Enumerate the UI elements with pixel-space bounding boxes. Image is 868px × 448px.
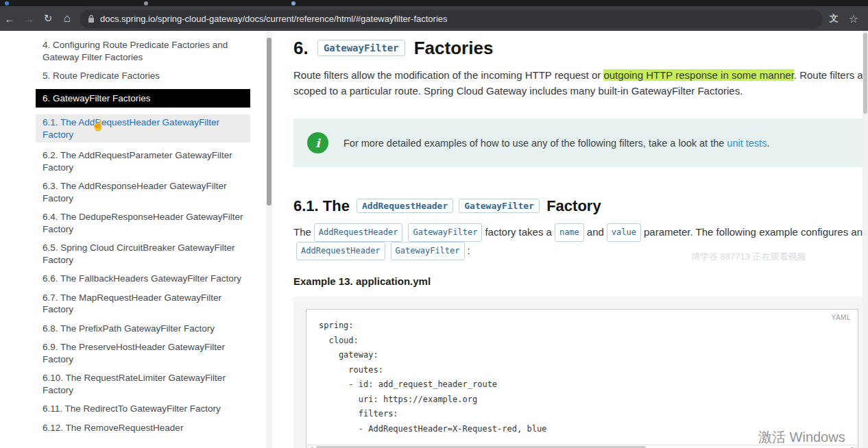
info-icon: i (307, 132, 328, 153)
body-text: parameter. The following example configu… (644, 226, 863, 238)
scroll-right-arrow-icon[interactable]: ► (848, 445, 858, 448)
address-bar[interactable]: docs.spring.io/spring-cloud-gateway/docs… (80, 10, 823, 28)
toc-item-5[interactable]: 5. Route Predicate Factories (36, 70, 250, 82)
bookmark-star-icon[interactable]: ☆ (849, 12, 858, 25)
toc-item-6-3[interactable]: 6.3. The AddResponseHeader GatewayFilter… (36, 180, 250, 204)
heading-text: Factory (546, 197, 601, 214)
horizontal-scrollbar[interactable]: ◄ ► (306, 445, 858, 448)
sidebar-scrollbar[interactable] (266, 31, 272, 448)
heading-number: 6. (293, 38, 309, 58)
tab-favicon[interactable] (5, 1, 9, 5)
info-text: For more detailed examples of how to use… (343, 138, 769, 149)
home-button[interactable]: ⌂ (58, 12, 77, 25)
inline-code-chip: name (555, 223, 584, 242)
body-text: The (293, 226, 311, 238)
code-line: routes: (319, 363, 845, 378)
info-text-before: For more detailed examples of how to use… (343, 138, 727, 149)
info-text-after: . (767, 138, 769, 149)
toc-item-6-4[interactable]: 6.4. The DedupeResponseHeader GatewayFil… (36, 211, 250, 235)
toc-item-6-12[interactable]: 6.12. The RemoveRequestHeader (36, 422, 250, 434)
section-heading-6-1: 6.1. The AddRequestHeaderGatewayFilter F… (293, 197, 868, 215)
body-text: factory takes a (485, 226, 552, 238)
toc-item-6-5[interactable]: 6.5. Spring Cloud CircuitBreaker Gateway… (36, 242, 250, 266)
code-language-label: YAML (832, 314, 852, 321)
page: 4. Configuring Route Predicate Factories… (0, 31, 868, 448)
code-line: filters: (319, 407, 845, 422)
code-line: spring: (319, 319, 845, 334)
inline-code-chip: value (607, 223, 641, 242)
lock-icon (88, 14, 95, 23)
forward-button[interactable]: → (19, 13, 38, 25)
highlighted-text: outgoing HTTP response in some manner (603, 69, 793, 81)
inline-code-chip: GatewayFilter (459, 199, 540, 213)
inline-code-chip: GatewayFilter (317, 40, 405, 56)
code-line: uri: https://example.org (319, 393, 845, 408)
translate-icon[interactable]: 文 (830, 12, 839, 25)
intro-paragraph: Route filters allow the modification of … (293, 67, 868, 99)
heading-number: 6.1. The (293, 197, 350, 214)
page-scrollbar[interactable] (863, 31, 868, 448)
scroll-left-arrow-icon[interactable]: ◄ (306, 445, 316, 448)
inline-code-chip: GatewayFilter (408, 223, 482, 242)
tab-favicon[interactable] (144, 1, 148, 5)
section-heading-6: 6. GatewayFilter Factories (293, 38, 868, 59)
inline-code-chip: GatewayFilter (391, 242, 465, 260)
toc-item-6-1[interactable]: 6.1. The AddRequestHeader GatewayFilter … (36, 114, 250, 142)
code-line: - id: add_request_header_route (319, 377, 845, 393)
body-text: and (587, 226, 604, 238)
toc-item-6-8[interactable]: 6.8. The PrefixPath GatewayFilter Factor… (36, 323, 250, 335)
body-text: : (468, 245, 470, 256)
toc-item-6-6[interactable]: 6.6. The FallbackHeaders GatewayFilter F… (36, 273, 250, 285)
toc-item-6-7[interactable]: 6.7. The MapRequestHeader GatewayFilter … (36, 292, 250, 316)
toc-item-6[interactable]: 6. GatewayFilter Factories (36, 89, 250, 108)
heading-text: Factories (414, 38, 494, 58)
inline-code-chip: AddRequestHeader (296, 242, 385, 260)
browser-tab-strip (0, 0, 868, 6)
toc-item-6-10[interactable]: 6.10. The RequestRateLimiter GatewayFilt… (36, 372, 250, 396)
tab-favicon[interactable] (291, 1, 296, 5)
code-block: YAML spring: cloud: gateway: routes: - i… (306, 309, 858, 448)
code-line: gateway: (319, 348, 845, 363)
info-admonition: i For more detailed examples of how to u… (293, 119, 868, 167)
page-scrollbar-thumb[interactable] (863, 33, 867, 114)
main-content: 6. GatewayFilter Factories Route filters… (293, 31, 868, 448)
unit-tests-link[interactable]: unit tests (727, 138, 767, 149)
intro-text: Route filters allow the modification of … (293, 69, 603, 81)
back-button[interactable]: ← (0, 13, 19, 25)
toc-item-6-9[interactable]: 6.9. The PreserveHostHeader GatewayFilte… (36, 341, 250, 365)
toc-item-4[interactable]: 4. Configuring Route Predicate Factories… (36, 39, 250, 63)
sidebar-toc: 4. Configuring Route Predicate Factories… (24, 39, 265, 440)
url-text: docs.spring.io/spring-cloud-gateway/docs… (100, 14, 448, 24)
horizontal-scrollbar-track[interactable] (316, 445, 848, 448)
reload-button[interactable]: ↻ (38, 12, 58, 25)
code-line: cloud: (319, 334, 845, 349)
factory-paragraph: TheAddRequestHeaderGatewayFilterfactory … (293, 223, 868, 260)
toc-item-6-2[interactable]: 6.2. The AddRequestParameter GatewayFilt… (36, 149, 250, 173)
inline-code-chip: AddRequestHeader (314, 223, 403, 242)
example-title: Example 13. application.yml (293, 275, 868, 287)
browser-toolbar: ← → ↻ ⌂ docs.spring.io/spring-cloud-gate… (0, 6, 868, 31)
example-block: YAML spring: cloud: gateway: routes: - i… (293, 297, 868, 448)
inline-code-chip: AddRequestHeader (357, 199, 453, 213)
toc-item-6-11[interactable]: 6.11. The RedirectTo GatewayFilter Facto… (36, 403, 250, 415)
sidebar-scrollbar-thumb[interactable] (267, 38, 272, 206)
yaml-code: spring: cloud: gateway: routes: - id: ad… (306, 310, 858, 436)
code-line: - AddRequestHeader=X-Request-red, blue (319, 422, 845, 437)
